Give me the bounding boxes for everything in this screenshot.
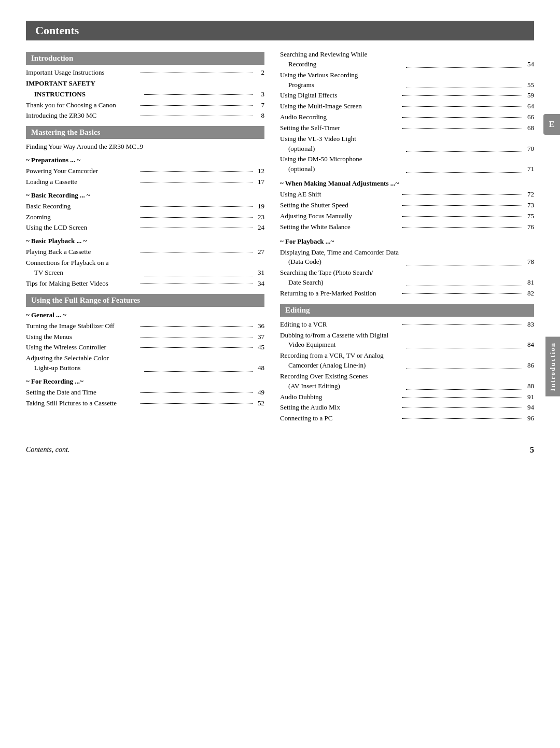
toc-entry: Using the Various Recording Programs 55 [280, 70, 534, 90]
toc-entry: Displaying Date, Time and Camcorder Data… [280, 248, 534, 267]
toc-entry: Audio Dubbing 91 [280, 392, 534, 402]
page-footer: Contents, cont. 5 [26, 445, 534, 455]
toc-entry: Connecting to a PC 96 [280, 414, 534, 424]
toc-entry: Recording Over Existing Scenes (AV Inser… [280, 372, 534, 391]
toc-entry: Adjusting the Selectable Color Light-up … [26, 354, 264, 373]
toc-entry: Playing Back a Cassette 27 [26, 247, 264, 257]
toc-entry: Adjusting Focus Manually 75 [280, 211, 534, 221]
toc-entry: Using the LCD Screen 24 [26, 223, 264, 233]
section-header-introduction: Introduction [26, 52, 264, 65]
toc-entry: Introducing the ZR30 MC 8 [26, 111, 264, 121]
subsection-for-recording: ~ For Recording ...~ [26, 377, 264, 386]
section-full-range: Using the Full Range of Features ~ Gener… [26, 294, 264, 408]
toc-entry: Using the Wireless Controller 45 [26, 343, 264, 352]
toc-entry: Setting the Audio Mix 94 [280, 403, 534, 413]
toc-entry: Searching and Reviewing While Recording … [280, 50, 534, 69]
toc-entry: INSTRUCTIONS 3 [26, 90, 264, 100]
page: E Introduction Contents Introduction Imp… [0, 0, 560, 748]
toc-entry: Using the Multi-Image Screen 64 [280, 102, 534, 111]
side-tab-e: E [543, 114, 560, 135]
toc-entry: Taking Still Pictures to a Cassette 52 [26, 399, 264, 408]
toc-entry: Dubbing to/from a Cassette with Digital … [280, 331, 534, 350]
group-manual-adjustments: ~ When Making Manual Adjustments ...~ Us… [280, 179, 534, 232]
toc-entry: Important Usage Instructions 2 [26, 68, 264, 78]
toc-entry: Recording from a VCR, TV or Analog Camco… [280, 351, 534, 371]
right-column: Searching and Reviewing While Recording … [280, 50, 534, 425]
toc-entry: Using AE Shift 72 [280, 190, 534, 200]
toc-entry: Audio Recording 66 [280, 112, 534, 122]
toc-entry: Basic Recording 19 [26, 202, 264, 211]
section-header-editing: Editing [280, 304, 534, 317]
toc-entry: Setting the Shutter Speed 73 [280, 201, 534, 210]
page-number: 5 [530, 445, 534, 455]
toc-entry: Returning to a Pre-Marked Position 82 [280, 289, 534, 299]
section-header-mastering: Mastering the Basics [26, 126, 264, 139]
subsection-preparations: ~ Preparations ... ~ [26, 156, 264, 164]
toc-entry: Thank you for Choosing a Canon 7 [26, 101, 264, 110]
toc-entry: Searching the Tape (Photo Search/ Date S… [280, 268, 534, 288]
toc-entry: Setting the White Balance 76 [280, 222, 534, 232]
toc-entry: Using the VL-3 Video Light (optional) 70 [280, 134, 534, 154]
toc-entry: Zooming 23 [26, 213, 264, 222]
subsection-for-playback: ~ For Playback ...~ [280, 237, 534, 246]
section-header-full-range: Using the Full Range of Features [26, 294, 264, 307]
toc-entry: Finding Your Way Around the ZR30 MC..9 [26, 142, 264, 152]
section-mastering: Mastering the Basics Finding Your Way Ar… [26, 126, 264, 288]
toc-entry: Connections for Playback on a TV Screen … [26, 258, 264, 278]
toc-entry: Using Digital Effects 59 [280, 91, 534, 101]
toc-entry: Powering Your Camcorder 12 [26, 166, 264, 176]
side-tab-introduction: Introduction [545, 337, 560, 397]
toc-entry: Tips for Making Better Videos 34 [26, 279, 264, 289]
section-editing: Editing Editing to a VCR 83 Dubbing to/f… [280, 304, 534, 424]
subsection-general: ~ General ... ~ [26, 311, 264, 319]
subsection-basic-playback: ~ Basic Playback ... ~ [26, 237, 264, 245]
toc-entry: Setting the Self-Timer 68 [280, 123, 534, 133]
subsection-basic-recording: ~ Basic Recording ... ~ [26, 191, 264, 200]
toc-entry: Loading a Cassette 17 [26, 177, 264, 187]
left-column: Introduction Important Usage Instruction… [26, 50, 264, 425]
toc-entry: Using the DM-50 Microphone (optional) 71 [280, 154, 534, 174]
contents-title: Contents [26, 21, 534, 40]
section-introduction: Introduction Important Usage Instruction… [26, 52, 264, 121]
toc-entry: Editing to a VCR 83 [280, 320, 534, 330]
footer-text: Contents, cont. [26, 446, 69, 454]
group-playback: ~ For Playback ...~ Displaying Date, Tim… [280, 237, 534, 299]
toc-entry: IMPORTANT SAFETY [26, 79, 264, 89]
group-recording-continued: Searching and Reviewing While Recording … [280, 50, 534, 174]
toc-entry: Turning the Image Stabilizer Off 36 [26, 321, 264, 331]
subsection-manual-adjustments: ~ When Making Manual Adjustments ...~ [280, 179, 534, 188]
toc-entry: Using the Menus 37 [26, 332, 264, 342]
toc-entry: Setting the Date and Time 49 [26, 388, 264, 398]
main-content: Introduction Important Usage Instruction… [26, 50, 534, 425]
